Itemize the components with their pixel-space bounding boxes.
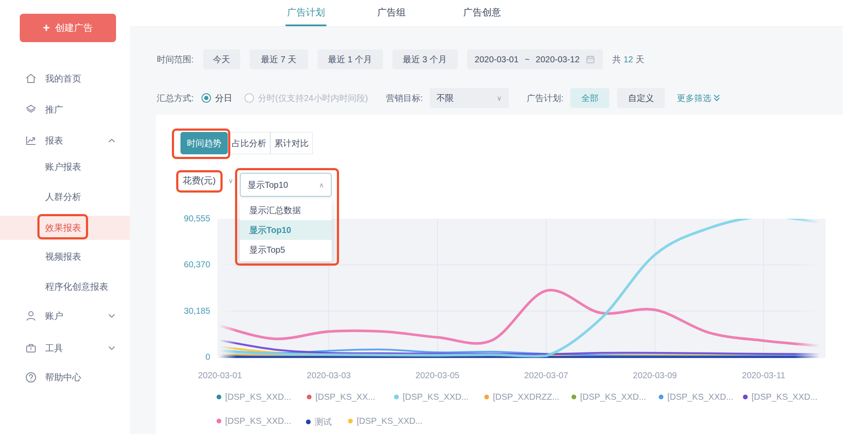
view-tab-累计对比[interactable]: 累计对比 [270,132,313,154]
calendar-icon [586,55,595,64]
time-range-row: 时间范围: 今天最近 7 天最近 1 个月最近 3 个月 2020-03-01 … [157,49,644,69]
tab-ad-plan[interactable]: 广告计划 [285,6,327,19]
top-select-value: 显示Top10 [248,179,288,191]
view-tab-时间趋势[interactable]: 时间趋势 [180,132,228,154]
home-icon [25,73,37,85]
series-line [220,290,818,346]
legend-label: 测试 [315,416,332,428]
plot-right-fade [795,219,825,358]
chevron-down-icon: ∨ [497,94,502,102]
entity-tabbar: 广告计划 广告组 广告创意 [130,0,843,27]
sidebar-item-工具[interactable]: 工具 [0,335,130,361]
preset-最近 1 个月[interactable]: 最近 1 个月 [318,49,383,69]
sidebar-item-报表[interactable]: 报表 [0,128,130,153]
legend-item[interactable]: [DSP_KS_XXD... [659,392,733,402]
legend-item[interactable]: [DSP_KS_XXD... [743,392,817,402]
legend-item[interactable]: [DSP_XXDRZZ... [484,392,559,402]
radio-by-day-label[interactable]: 分日 [215,92,232,104]
x-tick-label: 2020-03-09 [616,371,694,380]
legend-label: [DSP_KS_XXD... [403,392,468,402]
radio-by-hour[interactable] [245,93,254,103]
radio-by-day[interactable] [202,93,211,103]
summary-label: 汇总方式: [157,92,194,104]
chevron-up-icon: ∧ [319,181,324,189]
sidebar-item-视频报表[interactable]: 视频报表 [0,245,130,269]
plot-left-fade [217,219,236,358]
preset-最近 3 个月[interactable]: 最近 3 个月 [392,49,458,69]
active-tab-underline [285,24,327,26]
legend-dot-icon [348,419,353,423]
ad-plan-label: 广告计划: [527,92,564,104]
legend-dot-icon [743,395,748,399]
legend-label: [DSP_KS_XXD... [667,392,733,402]
legend-label: [DSP_KS_XXD... [225,416,291,426]
legend-item[interactable]: [DSP_KS_XXD... [394,392,468,402]
sidebar-item-人群分析[interactable]: 人群分析 [0,185,130,209]
tab-ad-group[interactable]: 广告组 [370,6,413,19]
layers-icon [25,104,37,116]
sidebar-item-效果报表[interactable]: 效果报表 [0,216,130,240]
legend-item[interactable]: [DSP_KS_XXD... [217,392,291,402]
tab-ad-creative[interactable]: 广告创意 [455,6,509,19]
legend-dot-icon [394,395,399,399]
summary-row: 汇总方式: 分日 分时(仅支持24小时内时间段) 营销目标: 不限 ∨ 广告计划… [157,88,721,108]
y-tick-label: 90,555 [173,214,210,224]
marketing-goal-select[interactable]: 不限 ∨ [430,88,509,108]
total-days: 共12天 [612,54,644,65]
legend-label: [DSP_KS_XXD... [752,392,817,402]
marketing-goal-value: 不限 [437,92,454,104]
legend-label: [DSP_XXDRZZ... [493,392,559,402]
legend-item[interactable]: [DSP_KS_XXD... [348,416,422,426]
legend-item[interactable]: [DSP_KS_XXD... [572,392,646,402]
double-chevron-down-icon [713,94,721,102]
y-tick-label: 60,370 [173,260,210,270]
metric-selector[interactable]: 花费(元) [183,175,216,187]
legend-dot-icon [484,395,489,399]
chart-icon [25,135,37,147]
top-select[interactable]: 显示Top10 ∧ [240,173,332,197]
sidebar-item-程序化创意报表[interactable]: 程序化创意报表 [0,275,130,299]
legend-dot-icon [306,420,311,424]
x-tick-label: 2020-03-07 [507,371,585,380]
sidebar: + 创建广告 我的首页 推广 报表账户报表人群分析效果报表视频报表程序化创意报表… [0,0,130,441]
radio-by-hour-label[interactable]: 分时(仅支持24小时内时间段) [258,92,368,104]
legend-dot-icon [217,395,221,399]
sidebar-item-我的首页[interactable]: 我的首页 [0,66,130,92]
date-range-picker[interactable]: 2020-03-01 ~ 2020-03-12 [467,49,603,69]
legend-dot-icon [307,395,312,399]
y-tick-label: 30,185 [173,306,210,316]
user-icon [25,310,37,322]
legend-label: [DSP_KS_XXD... [357,416,422,426]
more-filters-link[interactable]: 更多筛选 [677,92,721,104]
menu-option-显示Top5[interactable]: 显示Top5 [240,240,332,260]
total-days-value: 12 [621,55,636,64]
legend-label: [DSP_KS_XXD... [580,392,646,402]
ad-plan-custom-button[interactable]: 自定义 [617,88,665,108]
chart-card: 时间趋势占比分析累计对比 花费(元) ∨ 显示Top10 ∧ 显示汇总数据显示T… [156,115,843,434]
question-icon [25,371,37,383]
legend-dot-icon [217,419,221,423]
preset-最近 7 天[interactable]: 最近 7 天 [250,49,308,69]
legend-dot-icon [572,395,576,399]
sidebar-item-账户[interactable]: 账户 [0,303,130,329]
sidebar-item-账户报表[interactable]: 账户报表 [0,155,130,179]
create-ad-button[interactable]: + 创建广告 [20,14,116,42]
plus-icon: + [43,22,50,34]
menu-option-显示Top10[interactable]: 显示Top10 [240,220,332,240]
legend-item[interactable]: 测试 [306,416,332,428]
sidebar-item-帮助中心[interactable]: 帮助中心 [0,364,130,390]
preset-今天[interactable]: 今天 [203,49,240,69]
legend-dot-icon [659,395,663,399]
legend-item[interactable]: [DSP_KS_XX... [307,392,375,402]
briefcase-icon [25,342,37,354]
menu-option-显示汇总数据[interactable]: 显示汇总数据 [240,200,332,220]
date-start: 2020-03-01 [475,55,519,64]
x-tick-label: 2020-03-05 [399,371,476,380]
legend-label: [DSP_KS_XXD... [225,392,291,402]
x-tick-label: 2020-03-11 [725,371,802,380]
view-tab-占比分析[interactable]: 占比分析 [228,132,270,154]
sidebar-item-推广[interactable]: 推广 [0,97,130,122]
legend-item[interactable]: [DSP_KS_XXD... [217,416,291,426]
ad-plan-all-button[interactable]: 全部 [570,88,609,108]
top-select-menu: 显示汇总数据显示Top10显示Top5 [240,199,332,261]
